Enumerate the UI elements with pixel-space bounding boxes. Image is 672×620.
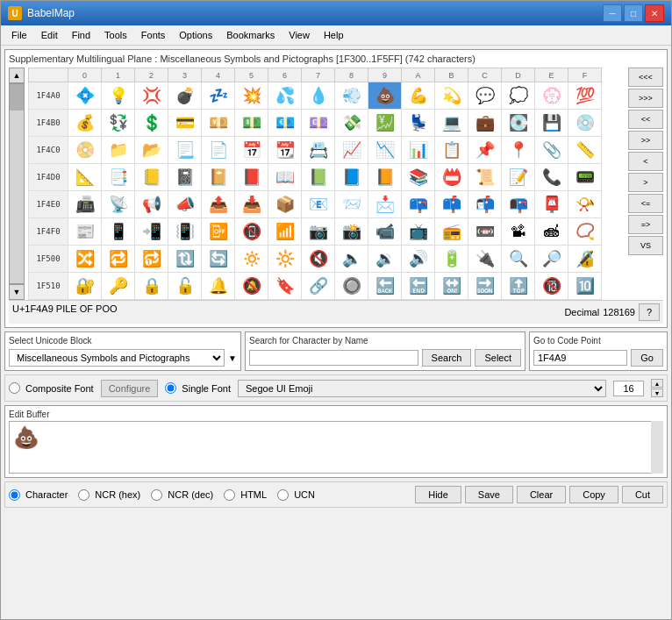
table-cell[interactable]: 📁 <box>102 137 135 164</box>
table-cell[interactable]: 💧 <box>302 82 335 110</box>
table-cell[interactable]: 🔉 <box>368 246 402 273</box>
table-cell[interactable]: 📤 <box>202 191 235 218</box>
cut-button[interactable]: Cut <box>622 486 663 503</box>
table-cell[interactable]: 🔙 <box>368 273 402 300</box>
save-button[interactable]: Save <box>465 486 513 503</box>
table-cell[interactable]: 🔟 <box>568 273 602 300</box>
table-cell[interactable]: 💱 <box>102 110 135 137</box>
table-cell[interactable]: 🔓 <box>168 273 202 300</box>
menu-tools[interactable]: Tools <box>97 27 134 43</box>
table-cell[interactable]: 💬 <box>468 82 502 110</box>
ncr-hex-format-radio[interactable] <box>78 489 89 501</box>
buffer-scrollbar[interactable] <box>651 421 663 474</box>
table-cell[interactable]: 📺 <box>402 218 435 246</box>
menu-fonts[interactable]: Fonts <box>134 27 173 43</box>
table-cell[interactable]: 📙 <box>368 164 402 191</box>
table-cell[interactable]: 💺 <box>402 110 435 137</box>
table-cell[interactable]: 💦 <box>268 82 302 110</box>
table-cell[interactable]: 🔄 <box>202 246 235 273</box>
html-format-radio[interactable] <box>224 489 235 501</box>
scroll-down-button[interactable]: ▼ <box>9 284 25 300</box>
table-cell[interactable]: 💣 <box>168 82 202 110</box>
prev-button[interactable]: < <box>628 152 663 171</box>
table-cell[interactable]: 📆 <box>268 137 302 164</box>
menu-find[interactable]: Find <box>65 27 97 43</box>
table-cell[interactable]: 📝 <box>502 164 535 191</box>
table-cell[interactable]: 💪 <box>402 82 435 110</box>
table-cell[interactable]: 🔔 <box>202 273 235 300</box>
html-format-label[interactable]: HTML <box>224 489 267 501</box>
table-cell[interactable]: 📯 <box>568 191 602 218</box>
table-cell[interactable]: 🔗 <box>302 273 335 300</box>
table-cell[interactable]: 📱 <box>102 218 135 246</box>
table-cell[interactable]: 💭 <box>502 82 535 110</box>
table-cell[interactable]: 📎 <box>535 137 568 164</box>
table-cell[interactable]: 📽 <box>502 218 535 246</box>
scroll-up-button[interactable]: ▲ <box>9 68 25 83</box>
composite-font-radio-label[interactable]: Composite Font <box>9 382 94 394</box>
table-cell[interactable]: 📖 <box>268 164 302 191</box>
ucn-format-radio[interactable] <box>277 489 289 501</box>
table-cell[interactable]: 💤 <box>202 82 235 110</box>
table-cell[interactable]: 🔘 <box>335 273 368 300</box>
menu-help[interactable]: Help <box>317 27 351 43</box>
table-cell[interactable]: 🔋 <box>435 246 468 273</box>
single-font-radio-label[interactable]: Single Font <box>165 382 231 394</box>
table-cell[interactable]: 📰 <box>68 218 102 246</box>
table-cell[interactable]: 💾 <box>535 110 568 137</box>
table-cell[interactable]: 🔎 <box>535 246 568 273</box>
back-button[interactable]: <= <box>628 194 663 213</box>
ncr-dec-format-radio[interactable] <box>151 489 162 501</box>
table-cell[interactable]: 📸 <box>335 218 368 246</box>
table-cell[interactable]: 📞 <box>535 164 568 191</box>
table-cell[interactable]: 💴 <box>202 110 235 137</box>
next-page-button[interactable]: >> <box>628 131 663 150</box>
table-cell[interactable]: 📢 <box>135 191 168 218</box>
table-cell[interactable]: 📩 <box>368 191 402 218</box>
size-down-button[interactable]: ▼ <box>651 388 663 397</box>
table-cell[interactable]: 🔏 <box>568 246 602 273</box>
maximize-button[interactable]: □ <box>624 4 643 22</box>
menu-view[interactable]: View <box>282 27 317 43</box>
table-cell[interactable]: 🔛 <box>435 273 468 300</box>
table-cell[interactable]: 💼 <box>468 110 502 137</box>
table-cell[interactable]: 📋 <box>435 137 468 164</box>
table-cell[interactable]: 💵 <box>235 110 268 137</box>
table-cell[interactable]: 📭 <box>502 191 535 218</box>
table-cell[interactable]: 🔈 <box>335 246 368 273</box>
table-cell[interactable]: 🔁 <box>102 246 135 273</box>
table-cell[interactable]: 📀 <box>68 137 102 164</box>
close-button[interactable]: ✕ <box>645 4 664 22</box>
char-format-label[interactable]: Character <box>9 489 68 501</box>
table-cell[interactable]: 📠 <box>68 191 102 218</box>
table-cell[interactable]: 💳 <box>168 110 202 137</box>
table-cell[interactable]: 🔂 <box>135 246 168 273</box>
copy-button[interactable]: Copy <box>569 486 618 503</box>
edit-buffer-area[interactable]: 💩 <box>9 421 663 474</box>
table-cell[interactable]: 🔅 <box>235 246 268 273</box>
table-cell[interactable]: 📣 <box>168 191 202 218</box>
menu-edit[interactable]: Edit <box>34 27 65 43</box>
table-cell[interactable]: 📷 <box>302 218 335 246</box>
table-cell[interactable]: 💯 <box>568 82 602 110</box>
table-cell[interactable]: 🔐 <box>68 273 102 300</box>
table-cell[interactable]: 🔆 <box>268 246 302 273</box>
table-cell[interactable]: 🔇 <box>302 246 335 273</box>
table-cell[interactable]: 📏 <box>568 137 602 164</box>
table-cell[interactable]: 📧 <box>302 191 335 218</box>
table-cell[interactable]: 📘 <box>335 164 368 191</box>
table-cell[interactable]: 💹 <box>368 110 402 137</box>
table-cell[interactable]: 💿 <box>568 110 602 137</box>
table-cell[interactable]: 📫 <box>435 191 468 218</box>
table-cell[interactable]: 📕 <box>235 164 268 191</box>
table-cell[interactable]: 📾 <box>535 218 568 246</box>
table-cell[interactable]: 💽 <box>502 110 535 137</box>
table-cell[interactable]: 🔌 <box>468 246 502 273</box>
table-cell[interactable]: 🔀 <box>68 246 102 273</box>
table-cell[interactable]: 📜 <box>468 164 502 191</box>
prev-page-button[interactable]: << <box>628 110 663 129</box>
configure-button[interactable]: Configure <box>101 380 159 397</box>
table-cell[interactable]: 📨 <box>335 191 368 218</box>
table-cell[interactable]: 📪 <box>402 191 435 218</box>
table-cell[interactable]: 📶 <box>268 218 302 246</box>
